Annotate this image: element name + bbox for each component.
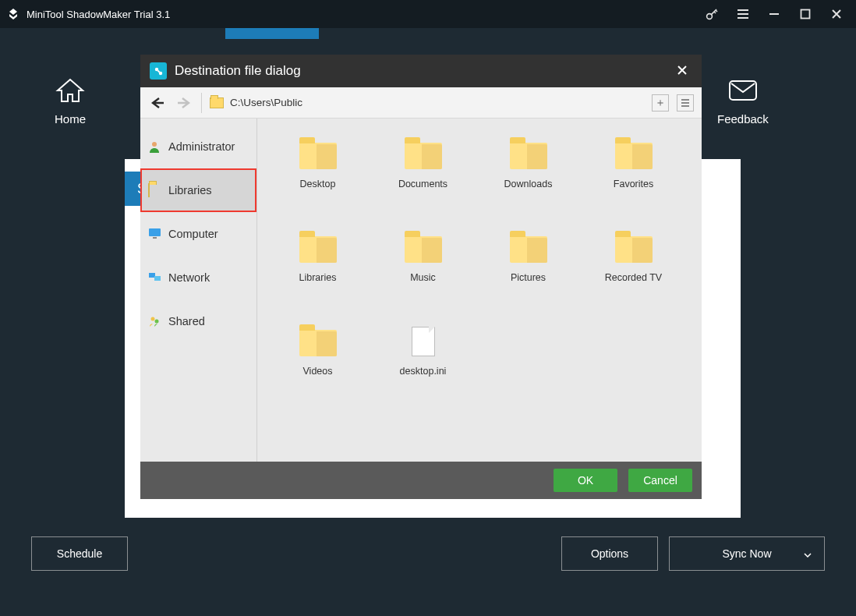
svg-rect-6 bbox=[149, 228, 161, 236]
new-folder-button[interactable]: ＋ bbox=[652, 94, 669, 112]
folder-icon bbox=[510, 232, 547, 263]
path-text: C:\Users\Public bbox=[230, 97, 302, 108]
folder-icon bbox=[210, 97, 224, 108]
item-label: Documents bbox=[398, 179, 447, 189]
schedule-button[interactable]: Schedule bbox=[31, 536, 128, 571]
folder-icon bbox=[405, 138, 442, 169]
tree-item-shared[interactable]: Shared bbox=[140, 299, 256, 343]
folder-icon bbox=[299, 325, 337, 356]
path-display[interactable]: C:\Users\Public bbox=[210, 97, 644, 108]
syncnow-label: Sync Now bbox=[722, 547, 771, 560]
folder-icon bbox=[299, 232, 337, 263]
close-button[interactable] bbox=[828, 5, 845, 23]
tree-item-administrator[interactable]: Administrator bbox=[140, 125, 256, 168]
svg-rect-7 bbox=[153, 237, 157, 239]
folder-item[interactable]: Recorded TV bbox=[581, 224, 686, 317]
folder-item[interactable]: Music bbox=[370, 224, 476, 317]
item-label: Videos bbox=[303, 366, 333, 377]
tree-item-libraries[interactable]: Libraries bbox=[140, 168, 256, 212]
schedule-label: Schedule bbox=[57, 547, 102, 560]
dialog-titlebar: Destination file dialog bbox=[140, 55, 702, 87]
nav-feedback[interactable]: Feedback bbox=[717, 75, 769, 126]
folder-icon bbox=[615, 232, 653, 263]
dialog-title: Destination file dialog bbox=[175, 63, 672, 79]
folder-item[interactable]: Downloads bbox=[476, 130, 581, 224]
network-icon bbox=[148, 271, 162, 284]
shared-icon bbox=[148, 315, 162, 327]
home-icon bbox=[51, 75, 89, 106]
svg-point-0 bbox=[707, 14, 713, 19]
folder-icon bbox=[405, 232, 442, 263]
svg-rect-8 bbox=[149, 273, 155, 278]
dialog-toolbar: C:\Users\Public ＋ bbox=[140, 87, 702, 119]
view-list-button[interactable] bbox=[677, 94, 694, 112]
nav-forward-button[interactable] bbox=[175, 94, 193, 112]
svg-point-11 bbox=[155, 320, 159, 324]
item-label: Recorded TV bbox=[605, 272, 662, 283]
options-label: Options bbox=[591, 547, 628, 560]
ok-button[interactable]: OK bbox=[554, 469, 617, 492]
svg-point-5 bbox=[152, 142, 157, 147]
item-label: Pictures bbox=[511, 272, 546, 283]
item-label: Music bbox=[410, 272, 436, 283]
tree-label: Network bbox=[168, 271, 210, 284]
nav-home[interactable]: Home bbox=[51, 75, 89, 126]
nav-back-button[interactable] bbox=[148, 94, 167, 112]
svg-rect-9 bbox=[154, 276, 161, 281]
folder-icon bbox=[615, 138, 653, 169]
folder-item[interactable]: Desktop bbox=[265, 130, 370, 224]
menu-icon[interactable] bbox=[734, 5, 752, 23]
file-icon bbox=[405, 325, 442, 356]
destination-file-dialog: Destination file dialog C:\Users\Public … bbox=[140, 55, 702, 499]
dialog-body: Administrator Libraries Computer Network bbox=[140, 119, 702, 462]
syncnow-button[interactable]: Sync Now bbox=[669, 536, 825, 571]
minimize-button[interactable] bbox=[766, 5, 783, 23]
tree-item-network[interactable]: Network bbox=[140, 256, 256, 299]
app-logo-icon bbox=[6, 7, 20, 21]
cancel-label: Cancel bbox=[643, 474, 677, 487]
item-label: Downloads bbox=[504, 179, 553, 189]
chevron-down-icon bbox=[804, 547, 812, 560]
active-tab-indicator bbox=[225, 28, 319, 39]
tree-item-computer[interactable]: Computer bbox=[140, 212, 256, 256]
user-icon bbox=[148, 140, 162, 153]
nav-home-label: Home bbox=[51, 112, 89, 126]
item-label: Libraries bbox=[299, 272, 337, 283]
toolbar-separator bbox=[201, 93, 202, 113]
envelope-icon bbox=[724, 75, 762, 106]
app-title: MiniTool ShadowMaker Trial 3.1 bbox=[27, 9, 703, 20]
folder-icon bbox=[299, 138, 337, 169]
location-tree: Administrator Libraries Computer Network bbox=[140, 119, 257, 462]
file-item[interactable]: desktop.ini bbox=[370, 317, 476, 411]
tree-label: Administrator bbox=[168, 140, 235, 153]
file-grid: Desktop Documents Downloads Favorites Li… bbox=[257, 119, 702, 462]
cancel-button[interactable]: Cancel bbox=[628, 469, 692, 492]
bottom-bar: Schedule Options Sync Now bbox=[0, 534, 856, 573]
monitor-icon bbox=[148, 228, 162, 240]
svg-point-10 bbox=[151, 317, 155, 321]
tree-label: Computer bbox=[168, 228, 218, 240]
item-label: desktop.ini bbox=[400, 366, 447, 377]
tree-label: Libraries bbox=[168, 184, 212, 196]
svg-rect-1 bbox=[801, 10, 810, 19]
titlebar: MiniTool ShadowMaker Trial 3.1 bbox=[0, 0, 856, 28]
folder-item[interactable]: Documents bbox=[370, 130, 476, 224]
maximize-button[interactable] bbox=[797, 5, 814, 23]
dialog-icon bbox=[150, 62, 167, 80]
folder-item[interactable]: Libraries bbox=[265, 224, 370, 317]
dialog-footer: OK Cancel bbox=[140, 462, 702, 499]
libraries-icon bbox=[148, 184, 162, 196]
options-button[interactable]: Options bbox=[561, 536, 658, 571]
folder-item[interactable]: Pictures bbox=[476, 224, 581, 317]
window-controls bbox=[703, 5, 850, 23]
key-icon[interactable] bbox=[703, 5, 720, 23]
tree-label: Shared bbox=[168, 315, 205, 327]
item-label: Favorites bbox=[614, 179, 653, 189]
dialog-close-button[interactable] bbox=[672, 62, 692, 80]
folder-icon bbox=[510, 138, 547, 169]
nav-feedback-label: Feedback bbox=[717, 112, 769, 126]
folder-item[interactable]: Videos bbox=[265, 317, 370, 411]
item-label: Desktop bbox=[300, 179, 336, 189]
svg-rect-2 bbox=[730, 81, 756, 100]
folder-item[interactable]: Favorites bbox=[581, 130, 686, 224]
